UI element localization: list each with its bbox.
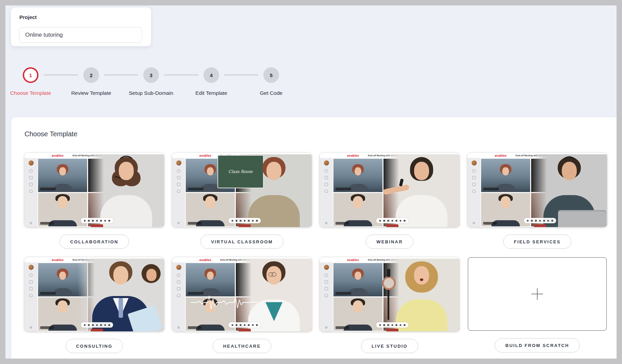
step-number-circle[interactable]: 3	[143, 67, 159, 83]
lock-icon	[392, 324, 393, 326]
tie	[118, 298, 123, 318]
chat-icon	[29, 280, 33, 283]
camera-icon	[236, 220, 238, 222]
share-icon	[29, 183, 33, 186]
template-persona	[384, 154, 459, 227]
template-thumbnail[interactable]: enablex Kick-off Meeting with iOs Develo…	[172, 153, 312, 227]
template-thumbnail[interactable]: enablex Kick-off Meeting with iOs Develo…	[468, 153, 607, 227]
name-pill	[40, 326, 54, 329]
template-label-button[interactable]: VIRTUAL CLASSROOM	[200, 235, 283, 249]
section-title: Choose Template	[24, 130, 77, 138]
template-label-button[interactable]: WEBINAR	[366, 235, 413, 249]
settings-icon: ⚙	[325, 222, 328, 225]
participants-icon	[177, 169, 180, 172]
template-thumbnail[interactable]: enablex Kick-off Meeting with iOs Develo…	[172, 257, 312, 331]
name-pill	[40, 222, 54, 225]
lock-icon	[244, 220, 246, 222]
stepper-step: 3 Setup Sub-Domain	[127, 67, 175, 96]
template-label-button[interactable]: BUILD FROM SCRATCH	[495, 338, 579, 352]
template-thumbnail[interactable]: enablex Kick-off Meeting with iOs Develo…	[320, 153, 459, 227]
ecg-waveform	[185, 293, 264, 312]
choose-template-panel: Choose Template enablex Kick-off Meeting…	[11, 117, 617, 359]
template-card: enablex Kick-off Meeting with iOs Develo…	[172, 153, 312, 249]
lock-icon	[392, 220, 393, 222]
mini-end-call-button	[534, 224, 546, 227]
share-icon	[325, 287, 328, 290]
record-icon	[325, 294, 328, 297]
template-label-button[interactable]: LIVE STUDIO	[361, 339, 418, 353]
avatar	[176, 265, 181, 270]
more-icon	[552, 220, 553, 222]
phone-icon	[104, 324, 106, 326]
template-persona	[78, 259, 164, 331]
step-number-circle[interactable]: 1	[23, 67, 38, 83]
lock-icon	[96, 220, 98, 222]
app-background: Project 1 Choose Template 2 Review Templ…	[5, 5, 617, 359]
mini-sidebar: ⚙	[320, 262, 333, 331]
template-thumbnail[interactable]: enablex Kick-off Meeting with iOs Develo…	[24, 257, 164, 331]
avatar	[472, 160, 477, 166]
participants-icon	[29, 169, 33, 172]
enablex-logo: enablex	[199, 154, 211, 157]
record-icon	[29, 294, 33, 297]
more-icon	[256, 220, 258, 222]
avatar	[324, 160, 329, 166]
name-pill	[335, 222, 349, 225]
video-tile-participant-1	[481, 159, 530, 192]
chat-icon	[325, 176, 328, 179]
video-tile-participant-2	[333, 297, 382, 331]
template-persona	[236, 259, 312, 331]
mini-controls-bar	[376, 322, 409, 328]
mini-end-call-button	[386, 329, 398, 331]
stepper-step: 4 Edit Template	[187, 67, 235, 96]
template-thumbnail[interactable]: enablex Kick-off Meeting with iOs Develo…	[320, 257, 459, 331]
template-card: BUILD FROM SCRATCH	[468, 257, 607, 353]
lock-icon	[539, 220, 541, 222]
mic-icon	[84, 220, 86, 222]
participants-icon	[472, 169, 476, 172]
build-from-scratch-card[interactable]	[468, 257, 607, 331]
step-number-circle[interactable]: 2	[83, 67, 99, 83]
more-icon	[404, 324, 406, 326]
mini-sidebar: ⚙	[24, 158, 37, 227]
template-grid: enablex Kick-off Meeting with iOs Develo…	[24, 153, 607, 359]
template-card: enablex Kick-off Meeting with iOs Develo…	[320, 257, 459, 353]
phone-icon	[252, 324, 254, 326]
step-label: Get Code	[247, 90, 295, 96]
record-icon	[29, 190, 33, 193]
template-persona	[384, 259, 459, 331]
mini-end-call-button	[91, 224, 103, 227]
speaker-icon	[396, 324, 397, 326]
participants-icon	[29, 274, 33, 277]
avatar	[324, 265, 329, 270]
step-number-circle[interactable]: 4	[203, 67, 219, 83]
template-label-button[interactable]: CONSULTING	[66, 339, 123, 353]
mini-controls-bar	[376, 218, 409, 223]
screen-share-icon	[388, 324, 389, 326]
template-thumbnail[interactable]: enablex Kick-off Meeting with iOs Develo…	[24, 153, 164, 227]
template-label-button[interactable]: COLLABORATION	[60, 235, 129, 249]
share-icon	[177, 287, 180, 290]
mini-sidebar: ⚙	[320, 158, 333, 227]
name-pill	[483, 222, 497, 225]
screen-share-icon	[388, 220, 389, 222]
enablex-logo: enablex	[495, 154, 507, 157]
participants-icon	[177, 274, 180, 277]
step-number-circle[interactable]: 5	[263, 67, 279, 83]
mini-controls-bar	[81, 322, 113, 328]
lock-icon	[96, 324, 98, 326]
chat-icon	[325, 280, 328, 283]
template-label-button[interactable]: FIELD SERVICES	[503, 235, 571, 249]
pop-filter	[382, 276, 396, 290]
video-tile-participant-1	[38, 159, 87, 192]
template-label-button[interactable]: HEALTHCARE	[213, 339, 272, 353]
mini-end-call-button	[239, 224, 251, 227]
camera-icon	[236, 324, 238, 326]
project-name-input[interactable]	[19, 27, 142, 43]
record-icon	[472, 190, 476, 193]
more-icon	[109, 324, 110, 326]
mini-controls-bar	[229, 322, 261, 328]
avatar	[29, 265, 34, 270]
laptop	[558, 210, 606, 227]
name-pill	[483, 188, 499, 190]
